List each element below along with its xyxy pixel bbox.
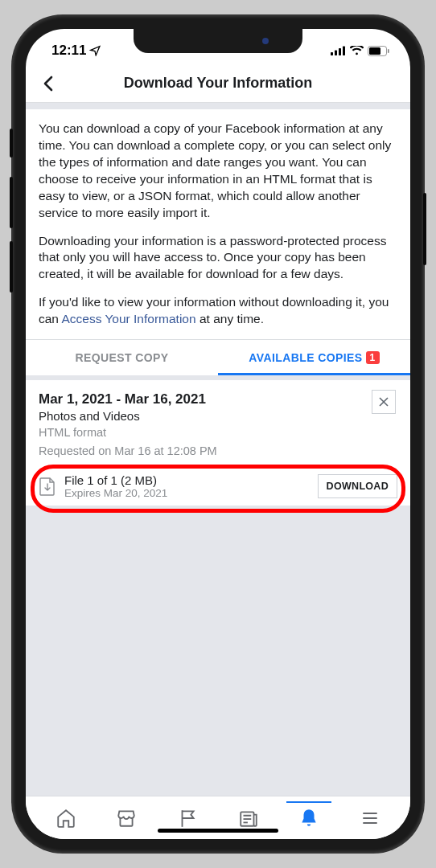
- info-paragraph-3: If you'd like to view your information w…: [39, 294, 397, 328]
- location-icon: [89, 45, 101, 56]
- copy-card: Mar 1, 2021 - Mar 16, 2021 Photos and Vi…: [26, 380, 410, 467]
- home-icon: [56, 808, 76, 829]
- file-name: File 1 of 1 (2 MB): [64, 473, 310, 487]
- news-icon: [238, 808, 259, 829]
- page-header: Download Your Information: [26, 64, 410, 103]
- svg-rect-6: [388, 49, 389, 53]
- divider: [26, 103, 410, 109]
- copy-requested: Requested on Mar 16 at 12:08 PM: [39, 444, 397, 460]
- marketplace-icon: [116, 808, 137, 829]
- volume-down-button: [10, 241, 13, 293]
- download-button[interactable]: DOWNLOAD: [318, 474, 397, 498]
- file-expires: Expires Mar 20, 2021: [64, 487, 310, 499]
- tab-home[interactable]: [50, 802, 82, 834]
- empty-area: [26, 506, 410, 796]
- home-indicator[interactable]: [158, 829, 278, 833]
- flag-icon: [177, 808, 198, 829]
- close-icon: [378, 396, 389, 407]
- svg-rect-1: [335, 51, 337, 56]
- battery-icon: [368, 46, 389, 56]
- svg-rect-2: [339, 48, 341, 55]
- file-download-icon: [39, 476, 56, 497]
- info-section: You can download a copy of your Facebook…: [26, 109, 410, 339]
- phone-frame: 12:11 Download Your Information You can …: [13, 16, 423, 852]
- tab-request-copy[interactable]: REQUEST COPY: [26, 340, 218, 375]
- tab-menu[interactable]: [354, 802, 386, 834]
- close-button[interactable]: [372, 390, 396, 414]
- tab-marketplace[interactable]: [110, 802, 142, 834]
- power-button: [423, 193, 426, 265]
- back-button[interactable]: [35, 71, 61, 96]
- info-paragraph-1: You can download a copy of your Facebook…: [39, 121, 397, 222]
- tabs: REQUEST COPY AVAILABLE COPIES1: [26, 339, 410, 375]
- wifi-icon: [350, 46, 364, 55]
- tab-notifications[interactable]: [293, 802, 325, 834]
- tab-available-label: AVAILABLE COPIES: [249, 351, 362, 364]
- volume-up-button: [10, 177, 13, 228]
- copy-date-range: Mar 1, 2021 - Mar 16, 2021: [39, 391, 397, 407]
- info-paragraph-2: Downloading your information is a passwo…: [39, 233, 397, 284]
- chevron-left-icon: [43, 76, 53, 92]
- notch: [134, 29, 302, 53]
- access-info-link[interactable]: Access Your Information: [61, 312, 195, 326]
- svg-rect-5: [369, 47, 380, 55]
- status-time: 12:11: [51, 43, 86, 59]
- menu-icon: [360, 809, 380, 828]
- page-title: Download Your Information: [124, 75, 312, 92]
- available-badge: 1: [366, 351, 380, 364]
- svg-rect-0: [331, 52, 333, 55]
- copy-category: Photos and Videos: [39, 409, 397, 423]
- svg-rect-3: [343, 47, 345, 56]
- file-row: File 1 of 1 (2 MB) Expires Mar 20, 2021 …: [26, 467, 410, 506]
- mute-switch: [10, 129, 13, 158]
- signal-icon: [331, 46, 346, 55]
- bell-icon: [298, 808, 319, 829]
- copy-format: HTML format: [39, 425, 397, 441]
- tab-available-copies[interactable]: AVAILABLE COPIES1: [218, 340, 410, 375]
- screen: 12:11 Download Your Information You can …: [26, 29, 410, 839]
